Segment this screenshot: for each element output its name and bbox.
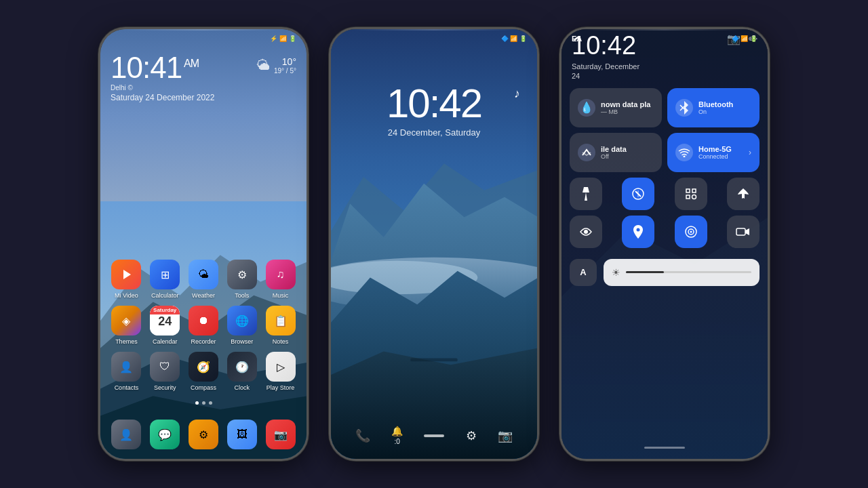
- wifi-icon: [675, 144, 693, 161]
- app-notes-label: Notes: [273, 338, 289, 345]
- mute-toggle[interactable]: [622, 178, 654, 210]
- svg-rect-22: [686, 189, 690, 192]
- cc-carrier: EA: [572, 35, 582, 43]
- svg-rect-15: [410, 358, 457, 361]
- weather-widget: 🌥 10° 19° / 5°: [257, 56, 296, 75]
- app-weather[interactable]: 🌤 Weather: [184, 260, 222, 299]
- app-notes[interactable]: 📋 Notes: [262, 306, 299, 345]
- clock-widget: 10:41AM Delhi © Saturday 24 December 202…: [111, 53, 214, 102]
- flashlight-toggle[interactable]: [570, 178, 602, 210]
- svg-point-30: [690, 230, 692, 232]
- page-dots: [100, 401, 307, 405]
- app-contacts-icon[interactable]: 👤: [111, 352, 141, 382]
- app-clock-label: Clock: [235, 384, 250, 391]
- bluetooth-icon: [675, 99, 693, 117]
- font-size-button[interactable]: A: [570, 259, 597, 286]
- brightness-fill: [626, 271, 664, 273]
- app-weather-icon[interactable]: 🌤: [189, 260, 218, 289]
- settings-icon[interactable]: ⚙: [466, 428, 477, 443]
- home-indicator: [644, 447, 685, 449]
- lock-status-icons: 🔷 📶 🔋: [501, 35, 527, 42]
- location-toggle[interactable]: [622, 216, 654, 248]
- brightness-slider[interactable]: ☀: [604, 259, 760, 286]
- phone-lock-screen: 🔷 📶 🔋 ♪ 10:42 24 December, Saturday 📞 🔔 …: [329, 27, 539, 461]
- cc-date: Saturday, December 24: [572, 62, 639, 81]
- cc-tile-data-toggle-text: ile data Off: [601, 145, 654, 160]
- app-calculator-icon[interactable]: ⊞: [150, 260, 180, 289]
- brightness-bar[interactable]: [626, 271, 751, 273]
- cc-tile-mobile-data[interactable]: 💧 nown data pla — MB: [570, 88, 662, 127]
- dock-contacts-icon[interactable]: 👤: [111, 420, 141, 449]
- svg-point-26: [584, 230, 588, 234]
- app-calendar[interactable]: Saturday 24 Calendar: [146, 306, 184, 345]
- app-calculator[interactable]: ⊞ Calculator: [146, 260, 184, 299]
- home-screen: ⚡📶🔋 10:41AM Delhi © Saturday 24 December…: [100, 29, 307, 459]
- dock-gallery-icon[interactable]: 🖼: [227, 420, 257, 449]
- lock-nav: 📞 🔔 :0 ⚙ 📷: [331, 426, 537, 445]
- app-mi-video[interactable]: Mi Video: [108, 260, 145, 299]
- home-clock-time: 10:41AM: [111, 53, 214, 83]
- dock-gallery[interactable]: 🖼: [223, 420, 260, 452]
- airplane-toggle[interactable]: [727, 178, 760, 210]
- dock-settings[interactable]: ⚙: [184, 420, 222, 452]
- dock-messages-icon[interactable]: 💬: [150, 420, 180, 449]
- app-themes[interactable]: ◈ Themes: [108, 306, 145, 345]
- cc-tile-mobile-data-text: nown data pla — MB: [601, 100, 654, 115]
- app-tools[interactable]: ⚙ Tools: [223, 260, 260, 299]
- phone-icon[interactable]: 📞: [355, 428, 370, 443]
- app-browser[interactable]: 🌐 Browser: [223, 306, 260, 345]
- app-contacts[interactable]: 👤 Contacts: [108, 352, 145, 391]
- dock-camera[interactable]: 📷: [262, 420, 299, 452]
- app-mi-video-icon[interactable]: [111, 260, 141, 289]
- dot-2: [202, 401, 205, 405]
- dock-messages[interactable]: 💬: [146, 420, 184, 452]
- status-bar: ⚡📶🔋: [100, 29, 307, 48]
- cc-tile-wifi[interactable]: Home-5G Connected ›: [667, 133, 760, 172]
- scan-toggle[interactable]: [675, 178, 707, 210]
- dock-contacts[interactable]: 👤: [108, 420, 145, 452]
- app-playstore[interactable]: ▷ Play Store: [262, 352, 299, 391]
- app-row-3: 👤 Contacts 🛡 Security 🧭 Compass: [107, 352, 300, 391]
- app-recorder[interactable]: ⏺ Recorder: [184, 306, 222, 345]
- app-tools-label: Tools: [235, 292, 249, 299]
- svg-point-25: [692, 195, 696, 199]
- voice-icon[interactable]: 🔔: [391, 426, 403, 436]
- cc-tiles: 💧 nown data pla — MB: [561, 88, 768, 172]
- app-security-label: Security: [154, 384, 176, 391]
- svg-marker-6: [123, 270, 131, 279]
- home-button[interactable]: [424, 434, 444, 437]
- app-themes-icon[interactable]: ◈: [111, 306, 141, 336]
- app-grid: Mi Video ⊞ Calculator 🌤 Weather ⚙: [100, 260, 307, 398]
- app-security-icon[interactable]: 🛡: [150, 352, 180, 382]
- app-tools-icon[interactable]: ⚙: [227, 260, 257, 289]
- cc-tile-data-toggle[interactable]: ile data Off: [570, 133, 662, 172]
- app-notes-icon[interactable]: 📋: [266, 306, 296, 336]
- app-compass[interactable]: 🧭 Compass: [184, 352, 222, 391]
- video-toggle[interactable]: [727, 216, 760, 248]
- focus-toggle[interactable]: [675, 216, 707, 248]
- app-calendar-icon[interactable]: Saturday 24: [150, 306, 180, 336]
- cc-status-bar: EA 🔷 📶 🔋: [561, 29, 768, 48]
- app-clock-icon[interactable]: 🕐: [227, 352, 257, 382]
- data-toggle-icon: [578, 144, 595, 161]
- cc-toggles-row1: [561, 178, 768, 210]
- svg-rect-31: [736, 228, 745, 235]
- app-compass-icon[interactable]: 🧭: [189, 352, 218, 382]
- app-security[interactable]: 🛡 Security: [146, 352, 184, 391]
- app-clock[interactable]: 🕐 Clock: [223, 352, 260, 391]
- dock-camera-icon[interactable]: 📷: [266, 420, 296, 449]
- cc-tile-bluetooth[interactable]: Bluetooth On: [667, 88, 760, 127]
- app-playstore-icon[interactable]: ▷: [266, 352, 296, 382]
- app-browser-icon[interactable]: 🌐: [227, 306, 257, 336]
- cc-tile-bluetooth-text: Bluetooth On: [698, 100, 751, 115]
- cc-status-icons: 🔷 📶 🔋: [732, 35, 757, 42]
- eye-toggle[interactable]: [570, 216, 602, 248]
- dock-settings-icon[interactable]: ⚙: [189, 420, 218, 449]
- lock-date: 24 December, Saturday: [331, 127, 537, 138]
- app-music[interactable]: ♫ Music: [262, 260, 299, 299]
- app-music-icon[interactable]: ♫: [266, 260, 296, 289]
- app-compass-label: Compass: [191, 384, 216, 391]
- phone-home-screen: ⚡📶🔋 10:41AM Delhi © Saturday 24 December…: [98, 27, 309, 461]
- camera-icon[interactable]: 📷: [498, 428, 513, 443]
- app-recorder-icon[interactable]: ⏺: [189, 306, 218, 336]
